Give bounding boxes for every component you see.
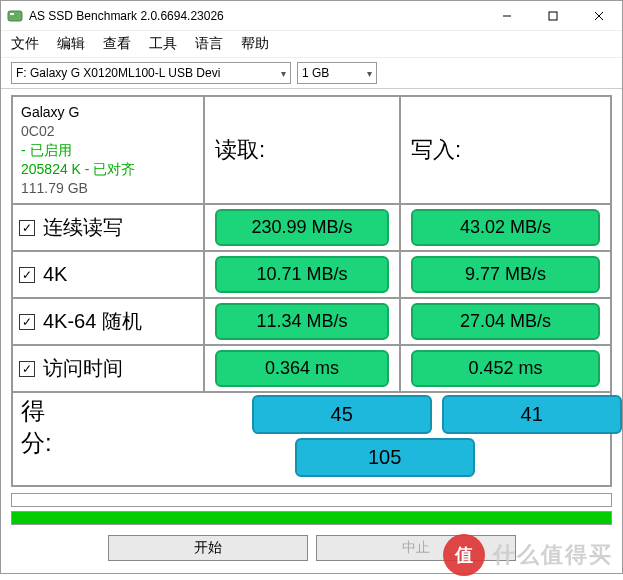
button-row: 开始 中止 [1, 529, 622, 573]
start-button[interactable]: 开始 [108, 535, 308, 561]
drive-select-value: F: Galaxy G X0120ML100-L USB Devi [16, 66, 220, 80]
seq-write: 43.02 MB/s [411, 209, 600, 246]
close-button[interactable] [576, 1, 622, 31]
device-enabled: - 已启用 [21, 141, 72, 160]
header-read: 读取: [205, 97, 401, 203]
4k64-read: 11.34 MB/s [215, 303, 390, 340]
window-title: AS SSD Benchmark 2.0.6694.23026 [29, 9, 484, 23]
label-4k: 4K [43, 263, 67, 286]
size-select-value: 1 GB [302, 66, 329, 80]
test-seq: ✓ 连续读写 [13, 205, 205, 250]
results-grid: Galaxy G 0C02 - 已启用 205824 K - 已对齐 111.7… [11, 95, 612, 487]
acc-read-cell: 0.364 ms [205, 346, 401, 391]
score-write: 41 [442, 395, 622, 434]
menu-file[interactable]: 文件 [11, 35, 39, 53]
header-write: 写入: [401, 97, 610, 203]
label-acc: 访问时间 [43, 355, 123, 382]
app-window: AS SSD Benchmark 2.0.6694.23026 文件 编辑 查看… [0, 0, 623, 574]
4k64-write: 27.04 MB/s [411, 303, 600, 340]
chevron-down-icon: ▾ [281, 68, 286, 79]
menu-help[interactable]: 帮助 [241, 35, 269, 53]
device-name: Galaxy G [21, 103, 79, 122]
4k64-read-cell: 11.34 MB/s [205, 299, 401, 344]
abort-button: 中止 [316, 535, 516, 561]
svg-rect-1 [10, 13, 14, 15]
label-4k64: 4K-64 随机 [43, 308, 142, 335]
checkbox-acc[interactable]: ✓ [19, 361, 35, 377]
checkbox-4k64[interactable]: ✓ [19, 314, 35, 330]
device-model: 0C02 [21, 122, 54, 141]
window-controls [484, 1, 622, 31]
main-panel: Galaxy G 0C02 - 已启用 205824 K - 已对齐 111.7… [1, 89, 622, 489]
seq-read-cell: 230.99 MB/s [205, 205, 401, 250]
drive-select[interactable]: F: Galaxy G X0120ML100-L USB Devi ▾ [11, 62, 291, 84]
acc-write: 0.452 ms [411, 350, 600, 387]
menu-edit[interactable]: 编辑 [57, 35, 85, 53]
score-read: 45 [252, 395, 432, 434]
test-acc: ✓ 访问时间 [13, 346, 205, 391]
acc-write-cell: 0.452 ms [401, 346, 610, 391]
device-info: Galaxy G 0C02 - 已启用 205824 K - 已对齐 111.7… [13, 97, 205, 203]
row-score: 得分: 45 41 105 [13, 393, 610, 485]
menu-language[interactable]: 语言 [195, 35, 223, 53]
svg-rect-3 [549, 12, 557, 20]
progress-bar-2 [11, 511, 612, 525]
score-label: 得分: [21, 395, 52, 459]
row-4k: ✓ 4K 10.71 MB/s 9.77 MB/s [13, 252, 610, 299]
progress-bar-1 [11, 493, 612, 507]
4k-write-cell: 9.77 MB/s [401, 252, 610, 297]
menubar: 文件 编辑 查看 工具 语言 帮助 [1, 31, 622, 58]
checkbox-4k[interactable]: ✓ [19, 267, 35, 283]
4k-write: 9.77 MB/s [411, 256, 600, 293]
row-acc: ✓ 访问时间 0.364 ms 0.452 ms [13, 346, 610, 393]
label-seq: 连续读写 [43, 214, 123, 241]
seq-read: 230.99 MB/s [215, 209, 390, 246]
maximize-button[interactable] [530, 1, 576, 31]
header-row: Galaxy G 0C02 - 已启用 205824 K - 已对齐 111.7… [13, 97, 610, 205]
menu-view[interactable]: 查看 [103, 35, 131, 53]
device-capacity: 111.79 GB [21, 179, 88, 198]
acc-read: 0.364 ms [215, 350, 390, 387]
device-aligned: 205824 K - 已对齐 [21, 160, 135, 179]
titlebar[interactable]: AS SSD Benchmark 2.0.6694.23026 [1, 1, 622, 31]
test-4k64: ✓ 4K-64 随机 [13, 299, 205, 344]
minimize-button[interactable] [484, 1, 530, 31]
menu-tools[interactable]: 工具 [149, 35, 177, 53]
chevron-down-icon: ▾ [367, 68, 372, 79]
4k-read: 10.71 MB/s [215, 256, 390, 293]
row-4k64: ✓ 4K-64 随机 11.34 MB/s 27.04 MB/s [13, 299, 610, 346]
svg-rect-0 [8, 11, 22, 21]
4k64-write-cell: 27.04 MB/s [401, 299, 610, 344]
score-total: 105 [295, 438, 475, 477]
size-select[interactable]: 1 GB ▾ [297, 62, 377, 84]
toolbar: F: Galaxy G X0120ML100-L USB Devi ▾ 1 GB… [1, 58, 622, 89]
row-seq: ✓ 连续读写 230.99 MB/s 43.02 MB/s [13, 205, 610, 252]
app-icon [7, 8, 23, 24]
4k-read-cell: 10.71 MB/s [205, 252, 401, 297]
seq-write-cell: 43.02 MB/s [401, 205, 610, 250]
checkbox-seq[interactable]: ✓ [19, 220, 35, 236]
test-4k: ✓ 4K [13, 252, 205, 297]
